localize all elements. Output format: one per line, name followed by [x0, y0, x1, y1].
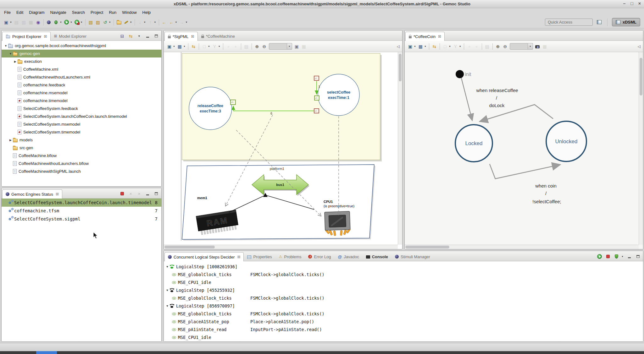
tab-gemoc-engines-status[interactable]: Gemoc Engines Status ⊠ — [2, 189, 62, 199]
horizontal-scrollbar[interactable] — [164, 245, 398, 249]
collapse-icon[interactable]: ▼ — [165, 304, 169, 308]
pin-button[interactable]: ◉ — [35, 19, 42, 25]
zoom-level-dropdown-icon[interactable]: ▼ — [528, 43, 533, 50]
engine-row[interactable]: SelectCoffeeSystem.sigpml7 — [2, 215, 161, 223]
tab-concurrent-logical-steps-decider[interactable]: Concurrent Logical Steps Decider⊠ — [164, 252, 244, 261]
zoom-level-dropdown-icon[interactable]: ▼ — [287, 43, 292, 50]
minimize-button[interactable] — [626, 253, 633, 260]
zoom-level-combo[interactable] — [269, 43, 287, 50]
decider-shield-dropdown-icon[interactable]: ▼ — [621, 255, 624, 258]
generate-button[interactable]: ↺ — [102, 19, 108, 25]
copy-layout-dropdown-icon[interactable]: ▼ — [208, 45, 210, 47]
dispose-all-engines-button[interactable]: × — [136, 190, 142, 197]
close-icon[interactable]: ⊠ — [56, 192, 59, 196]
tab-project-explorer[interactable]: Project Explorer ⊠ — [2, 32, 51, 41]
tree-item-CoffeeMachinewithSigPML.launch[interactable]: CoffeeMachinewithSigPML.launch — [2, 167, 161, 175]
new-dropdown-icon[interactable]: ▼ — [10, 21, 12, 23]
distribute-dropdown-icon[interactable]: ▼ — [459, 45, 461, 47]
mark-occurrences-button[interactable] — [123, 19, 130, 25]
menu-search[interactable]: Search — [69, 9, 88, 16]
minimize-button[interactable] — [144, 33, 151, 39]
close-icon[interactable]: ⊠ — [237, 255, 240, 259]
stop-button[interactable] — [605, 253, 611, 260]
zoom-out-button[interactable]: ⊖ — [261, 43, 268, 50]
tree-item-CoffeeMachine.xml[interactable]: CoffeeMachine.xml — [2, 65, 161, 73]
close-icon[interactable]: ⊠ — [191, 34, 194, 39]
mse-row[interactable]: MSE_globalClock_ticksFSMClock->globalClo… — [164, 294, 643, 302]
select-mode-dropdown-icon[interactable]: ▼ — [424, 45, 426, 47]
tab-coffeemachine[interactable]: *CoffeeMachine — [198, 31, 238, 41]
mse-row[interactable]: MSE_globalClock_ticksFSMClock->globalClo… — [164, 270, 643, 278]
tab-coffeecoin[interactable]: *CoffeeCoin ⊠ — [405, 32, 445, 41]
zoom-in-button[interactable]: ⊕ — [254, 43, 260, 50]
open-perspective-button[interactable] — [596, 19, 602, 25]
mse-row[interactable]: MSE_CPU1_idle — [164, 333, 643, 341]
menu-run[interactable]: Run — [106, 9, 119, 16]
tree-item-coffemachine.msemodel[interactable]: coffemachine.msemodel — [2, 89, 161, 97]
select-mode-button[interactable]: ▩ — [417, 43, 424, 50]
zoom-level-combo[interactable] — [510, 43, 528, 50]
menu-window[interactable]: Window — [119, 9, 139, 16]
tree-item-org.gemoc.sample.bcool.coffeemachinewithsigpml[interactable]: ▼org.gemoc.sample.bcool.coffeemachinewit… — [2, 42, 161, 50]
maximize-button[interactable] — [635, 253, 641, 260]
close-icon[interactable]: ⊠ — [44, 34, 47, 39]
tree-item-gemoc-gen[interactable]: ▼gemoc-gen — [2, 50, 161, 57]
menu-project[interactable]: Project — [88, 9, 106, 16]
collapse-icon[interactable]: ▼ — [3, 44, 8, 47]
horizontal-scrollbar[interactable] — [405, 245, 639, 249]
initial-state[interactable] — [456, 70, 464, 78]
mse-row[interactable]: MSE_placeA1State_popPlace->placeA1State.… — [164, 318, 643, 325]
tab-stimuli-manager[interactable]: Stimuli Manager — [391, 252, 434, 261]
tab-javadoc[interactable]: @Javadoc — [335, 252, 363, 261]
tab-sigpml[interactable]: *SigPML ⊠ — [164, 32, 198, 41]
close-button[interactable]: × — [638, 1, 641, 6]
tree-item-models[interactable]: ▶models — [2, 136, 161, 144]
refresh-button[interactable]: ⇆ — [431, 43, 438, 50]
zoom-out-button[interactable]: ⊖ — [502, 43, 508, 50]
coffeecoin-palette-collapse-icon[interactable]: ◁ — [638, 44, 641, 49]
open-resource-button[interactable] — [116, 19, 122, 25]
tree-item-SelectCoffeeSystem.msemodel[interactable]: SelectCoffeeSystem.msemodel — [2, 120, 161, 128]
tree-item-SelectCoffeeSystem.feedback[interactable]: SelectCoffeeSystem.feedback — [2, 105, 161, 112]
mse-row[interactable]: MSE_CPU1_idle — [164, 278, 643, 286]
maximize-button[interactable] — [153, 33, 159, 39]
back-dropdown-icon[interactable]: ▼ — [175, 21, 177, 23]
tab-properties[interactable]: Properties — [244, 252, 275, 261]
minimize-button[interactable]: – — [623, 1, 626, 6]
new-project-grid-button[interactable]: ▨ — [95, 19, 101, 25]
export-image-button[interactable]: ▣ — [293, 43, 300, 50]
copy-layout-dropdown-icon[interactable]: ▼ — [449, 45, 451, 47]
tree-item-execution[interactable]: ▶execution — [2, 57, 161, 65]
logical-step-row[interactable]: ▼LogicalStep [455255932] — [164, 286, 643, 294]
back-button[interactable]: ← — [168, 19, 175, 25]
tree-item-coffemachine.timemodel[interactable]: coffemachine.timemodel — [2, 97, 161, 105]
layout-dropdown-icon[interactable]: ▼ — [414, 45, 416, 47]
run-configurations-dropdown-icon[interactable]: ▼ — [80, 21, 83, 23]
tree-item-CoffeeMachinewithoutLaunchers.xml[interactable]: CoffeeMachinewithoutLaunchers.xml — [2, 73, 161, 81]
view-menu-button[interactable]: ▼ — [136, 33, 142, 39]
tree-item-coffemachine.feedback[interactable]: coffemachine.feedback — [2, 81, 161, 89]
menu-help[interactable]: Help — [140, 9, 154, 16]
menu-navigate[interactable]: Navigate — [47, 9, 69, 16]
decider-shield-button[interactable] — [613, 253, 620, 260]
tab-model-explorer[interactable]: ⊞ Model Explorer — [51, 31, 90, 41]
engine-row[interactable]: coffemachine.tfsm7 — [2, 207, 161, 215]
expand-icon[interactable]: ▶ — [13, 60, 18, 63]
logical-step-row[interactable]: ▼LogicalStep [1008261936] — [164, 263, 643, 270]
vertical-scrollbar[interactable] — [639, 52, 643, 245]
resume-button[interactable] — [596, 253, 603, 260]
actor-selectcoffee[interactable] — [318, 74, 359, 116]
quick-access-input[interactable] — [545, 19, 593, 26]
tab-error-log[interactable]: !Error Log — [305, 252, 334, 261]
tree-item-SelectCoffeeSystem.launchCoffeeCoin.launch.timemodel[interactable]: SelectCoffeeSystem.launchCoffeeCoin.laun… — [2, 112, 161, 120]
run-dropdown-icon[interactable]: ▼ — [70, 21, 72, 23]
tree-item-CoffeeMachine.bflow[interactable]: CoffeeMachine.bflow — [2, 152, 161, 160]
next-annotation-dropdown-icon[interactable]: ▼ — [144, 21, 146, 23]
gemoc-animator-button[interactable] — [46, 19, 52, 25]
collapse-icon[interactable]: ▼ — [8, 52, 13, 55]
sigpml-palette-collapse-icon[interactable]: ◁ — [397, 44, 400, 49]
close-icon[interactable]: ⊠ — [438, 34, 441, 39]
collapse-icon[interactable]: ▼ — [165, 265, 169, 268]
layout-dropdown-icon[interactable]: ▼ — [173, 45, 175, 47]
transition-locked-unlocked[interactable] — [490, 164, 560, 179]
